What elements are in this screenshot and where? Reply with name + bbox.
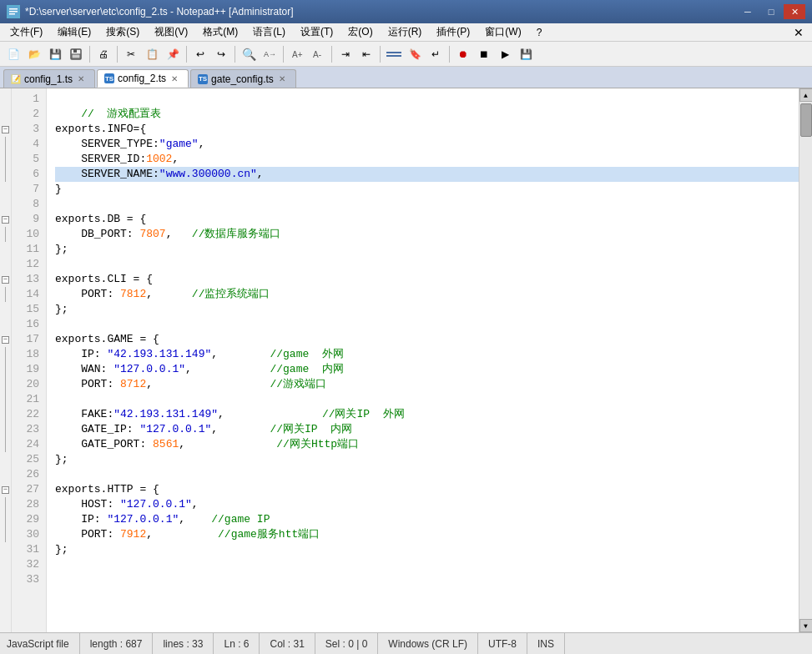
toolbar-wrap[interactable]: ↵: [426, 44, 446, 64]
code-line-14[interactable]: PORT: 7812, //监控系统端口: [55, 287, 799, 302]
menu-edit[interactable]: 编辑(E): [51, 23, 98, 41]
toolbar-indent[interactable]: ⇥: [335, 44, 356, 64]
code-line-24[interactable]: GATE_PORT: 8561, //网关Http端口: [55, 437, 799, 452]
code-line-21[interactable]: [55, 392, 799, 407]
code-line-10[interactable]: DB_PORT: 7807, //数据库服务端口: [55, 227, 799, 242]
fold-mark-11: [0, 242, 11, 257]
code-line-19[interactable]: WAN: "127.0.0.1", //game 内网: [55, 362, 799, 377]
code-line-29[interactable]: IP: "127.0.0.1", //game IP: [55, 512, 799, 527]
menu-format[interactable]: 格式(M): [196, 23, 245, 41]
code-line-22[interactable]: FAKE:"42.193.131.149", //网关IP 外网: [55, 407, 799, 422]
menu-search[interactable]: 搜索(S): [99, 23, 146, 41]
code-line-5[interactable]: SERVER_ID:1002,: [55, 152, 799, 167]
code-line-27[interactable]: exports.HTTP = {: [55, 482, 799, 497]
code-line-25[interactable]: };: [55, 452, 799, 467]
toolbar-macro-play[interactable]: ▶: [495, 44, 515, 64]
tab-close-gate-config[interactable]: ✕: [277, 74, 287, 83]
code-line-32[interactable]: [55, 557, 799, 572]
toolbar-print[interactable]: 🖨: [93, 44, 113, 64]
tab-close-config2[interactable]: ✕: [169, 74, 179, 83]
fold-mark-3[interactable]: −: [0, 122, 11, 137]
code-line-12[interactable]: [55, 257, 799, 272]
tab-config2[interactable]: TS config_2.ts ✕: [97, 69, 189, 88]
toolbar-undo[interactable]: ↩: [190, 44, 210, 64]
code-line-7[interactable]: }: [55, 182, 799, 197]
tab-gate-config[interactable]: TS gate_config.ts ✕: [190, 69, 296, 88]
svg-text:A-: A-: [313, 50, 321, 59]
code-line-13[interactable]: exports.CLI = {: [55, 272, 799, 287]
code-line-3[interactable]: exports.INFO={: [55, 122, 799, 137]
toolbar-macro-stop[interactable]: ⏹: [474, 44, 494, 64]
menu-window[interactable]: 窗口(W): [478, 23, 527, 41]
toolbar-macro-save[interactable]: 💾: [516, 44, 536, 64]
fold-mark-28: [0, 497, 11, 512]
svg-text:A→B: A→B: [264, 50, 276, 58]
fold-mark-13[interactable]: −: [0, 272, 11, 287]
toolbar-zoom-out[interactable]: A-: [308, 44, 328, 64]
scroll-up-arrow[interactable]: ▲: [799, 88, 813, 102]
fold-mark-27[interactable]: −: [0, 482, 11, 497]
code-line-9[interactable]: exports.DB = {: [55, 212, 799, 227]
scroll-thumb[interactable]: [800, 103, 812, 137]
code-line-28[interactable]: HOST: "127.0.0.1",: [55, 497, 799, 512]
code-line-20[interactable]: PORT: 8712, //游戏端口: [55, 377, 799, 392]
code-line-30[interactable]: PORT: 7912, //game服务htt端口: [55, 527, 799, 542]
menu-view[interactable]: 视图(V): [148, 23, 194, 41]
scroll-down-arrow[interactable]: ▼: [799, 619, 813, 632]
code-line-26[interactable]: [55, 467, 799, 482]
code-line-1[interactable]: [55, 92, 799, 107]
tab-close-config1[interactable]: ✕: [76, 74, 86, 83]
code-line-8[interactable]: [55, 197, 799, 212]
code-line-15[interactable]: };: [55, 302, 799, 317]
code-line-17[interactable]: exports.GAME = {: [55, 332, 799, 347]
code-line-4[interactable]: SERVER_TYPE:"game",: [55, 137, 799, 152]
maximize-button[interactable]: □: [760, 4, 782, 19]
editor-container: −−−−− 1234567891011121314151617181920212…: [0, 88, 812, 632]
tab-config1[interactable]: 📝 config_1.ts ✕: [3, 69, 95, 88]
menu-close-x[interactable]: ✕: [789, 26, 809, 39]
fold-mark-9[interactable]: −: [0, 212, 11, 227]
line-num-19: 19: [12, 362, 46, 377]
minimize-button[interactable]: ─: [737, 4, 759, 19]
fold-mark-33: [0, 572, 11, 587]
toolbar-find-replace[interactable]: A→B: [260, 44, 280, 64]
fold-mark-20: [0, 377, 11, 392]
menu-macro[interactable]: 宏(O): [341, 23, 379, 41]
menu-file[interactable]: 文件(F): [3, 23, 49, 41]
title-left: *D:\server\server\etc\config_2.ts - Note…: [7, 5, 293, 18]
toolbar-cut[interactable]: ✂: [121, 44, 141, 64]
toolbar-bookmark[interactable]: 🔖: [405, 44, 425, 64]
toolbar-save[interactable]: 💾: [45, 44, 65, 64]
code-line-23[interactable]: GATE_IP: "127.0.0.1", //网关IP 内网: [55, 422, 799, 437]
code-line-6[interactable]: SERVER_NAME:"www.300000.cn",: [55, 167, 799, 182]
code-line-31[interactable]: };: [55, 542, 799, 557]
toolbar-find[interactable]: 🔍: [239, 44, 259, 64]
fold-mark-17[interactable]: −: [0, 332, 11, 347]
scrollbar-vertical[interactable]: ▲ ▼: [799, 88, 812, 632]
toolbar-paste[interactable]: 📌: [163, 44, 183, 64]
fold-mark-30: [0, 527, 11, 542]
toolbar-block-comment[interactable]: [384, 44, 404, 64]
code-line-11[interactable]: };: [55, 242, 799, 257]
menu-help[interactable]: ?: [530, 25, 549, 40]
toolbar-open[interactable]: 📂: [24, 44, 44, 64]
toolbar-macro-record[interactable]: ⏺: [453, 44, 473, 64]
code-line-2[interactable]: // 游戏配置表: [55, 107, 799, 122]
code-line-18[interactable]: IP: "42.193.131.149", //game 外网: [55, 347, 799, 362]
toolbar-save-all[interactable]: [66, 44, 86, 64]
code-line-16[interactable]: [55, 317, 799, 332]
code-area[interactable]: // 游戏配置表exports.INFO={ SERVER_TYPE:"game…: [47, 88, 799, 632]
code-line-33[interactable]: [55, 572, 799, 587]
menu-language[interactable]: 语言(L): [246, 23, 292, 41]
fold-mark-31: [0, 542, 11, 557]
svg-rect-11: [386, 55, 401, 57]
toolbar-redo[interactable]: ↪: [211, 44, 231, 64]
toolbar-new[interactable]: 📄: [3, 44, 23, 64]
toolbar-zoom-in[interactable]: A+: [287, 44, 307, 64]
toolbar-copy[interactable]: 📋: [142, 44, 162, 64]
menu-settings[interactable]: 设置(T): [294, 23, 340, 41]
toolbar-outdent[interactable]: ⇤: [356, 44, 376, 64]
menu-plugins[interactable]: 插件(P): [430, 23, 477, 41]
close-button[interactable]: ✕: [784, 4, 805, 19]
menu-run[interactable]: 运行(R): [381, 23, 429, 41]
